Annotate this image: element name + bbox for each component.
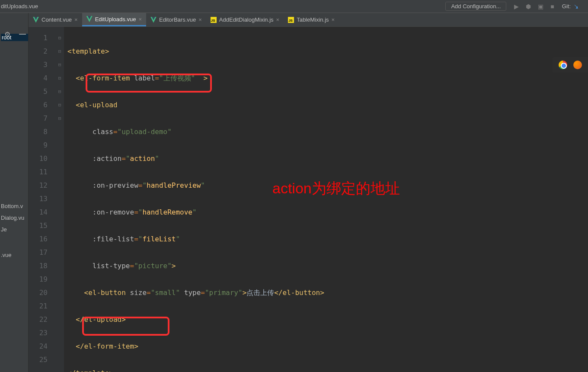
vue-icon [86, 16, 93, 22]
editor-tabs: Content.vue× EditUploads.vue× EditorBars… [29, 13, 588, 27]
js-icon: JS [211, 17, 217, 23]
git-text: Git: [562, 3, 571, 10]
close-icon[interactable]: × [332, 16, 335, 23]
add-configuration-button[interactable]: Add Configuration... [445, 2, 506, 11]
tab-addeditdialogmixin-js[interactable]: JSAddEditDialogMixin.js× [206, 13, 284, 26]
close-icon[interactable]: × [276, 16, 280, 23]
firefox-icon[interactable] [573, 61, 582, 69]
vue-icon [33, 17, 39, 23]
minimize-icon[interactable]: — [19, 30, 26, 38]
tab-editorbars-vue[interactable]: EditorBars.vue× [146, 13, 206, 26]
git-update-icon[interactable]: ⭸ [573, 3, 579, 10]
run-icons-group: ▶ ⬢ ▣ ■ [514, 3, 554, 10]
run-icon[interactable]: ▶ [514, 3, 519, 10]
code-editor[interactable]: 12345 678910 1112131415 1617181920 21222… [29, 27, 588, 372]
code-content[interactable]: <template> <el-form-item label="上传视频" > … [64, 27, 588, 372]
sidebar-items: root Bottom.v Dialog.vu Je .vue [0, 34, 28, 258]
tab-tablemixin-js[interactable]: JSTableMixin.js× [284, 13, 339, 26]
close-icon[interactable]: × [74, 16, 78, 23]
toolbar-right: Add Configuration... ▶ ⬢ ▣ ■ Git: ⭸ [445, 2, 588, 11]
sidebar-tools: ⚙ — [0, 26, 29, 43]
sidebar-item-file[interactable]: Bottom.v [1, 203, 28, 209]
sidebar-item-file[interactable]: Dialog.vu [1, 215, 28, 221]
debug-icon[interactable]: ⬢ [526, 3, 531, 10]
top-toolbar: ditUploads.vue Add Configuration... ▶ ⬢ … [0, 0, 588, 13]
vue-icon [150, 17, 157, 23]
line-number-gutter: 12345 678910 1112131415 1617181920 21222… [29, 27, 55, 372]
git-label: Git: ⭸ [562, 3, 579, 10]
project-sidebar: ⚙ — root Bottom.v Dialog.vu Je .vue [0, 13, 29, 372]
tab-content-vue[interactable]: Content.vue× [29, 13, 82, 26]
sidebar-item-file[interactable]: Je [1, 226, 28, 233]
close-icon[interactable]: × [138, 16, 142, 22]
stop-icon[interactable]: ■ [550, 3, 554, 10]
coverage-icon[interactable]: ▣ [538, 3, 543, 10]
tab-edituploads-vue[interactable]: EditUploads.vue× [82, 13, 146, 26]
sidebar-item-file[interactable]: .vue [1, 252, 28, 258]
fold-column: ⊟⊟⊟⊟⊟⊟⊟ [55, 27, 64, 372]
gear-icon[interactable]: ⚙ [4, 30, 10, 38]
breadcrumb: ditUploads.vue [0, 3, 38, 10]
close-icon[interactable]: × [198, 16, 202, 23]
annotation-text: action为绑定的地址 [272, 182, 400, 195]
chrome-icon[interactable] [559, 61, 567, 69]
browser-preview-bar [553, 57, 588, 73]
js-icon: JS [288, 17, 294, 23]
